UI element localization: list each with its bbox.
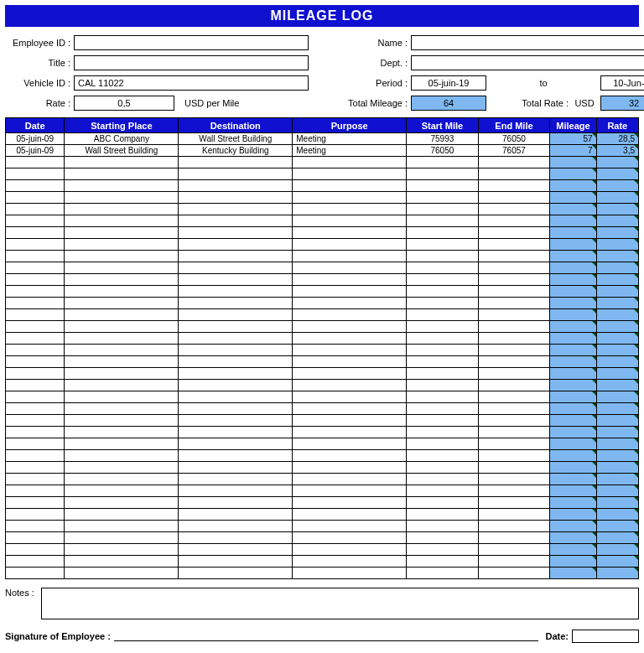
cell[interactable]: [65, 286, 179, 298]
cell[interactable]: [596, 333, 638, 345]
field-title[interactable]: [74, 55, 309, 70]
cell[interactable]: [407, 474, 479, 485]
cell[interactable]: [550, 309, 596, 321]
cell[interactable]: [65, 544, 179, 556]
cell[interactable]: [407, 227, 479, 239]
cell[interactable]: [179, 168, 293, 180]
cell[interactable]: [65, 192, 179, 204]
cell[interactable]: [407, 368, 479, 380]
cell[interactable]: [407, 345, 479, 356]
cell[interactable]: [6, 356, 65, 368]
cell[interactable]: [65, 368, 179, 380]
cell[interactable]: [478, 192, 550, 204]
table-row[interactable]: 05-juin-09Wall Street BuildingKentucky B…: [6, 145, 639, 157]
table-row[interactable]: [6, 157, 639, 168]
cell[interactable]: [293, 180, 407, 192]
cell[interactable]: [478, 462, 550, 474]
cell[interactable]: [596, 462, 638, 474]
cell[interactable]: [550, 345, 596, 356]
cell[interactable]: [407, 485, 479, 497]
field-employee-id[interactable]: [74, 35, 309, 50]
cell[interactable]: [596, 415, 638, 427]
cell[interactable]: [6, 298, 65, 309]
cell[interactable]: [6, 180, 65, 192]
cell[interactable]: [6, 438, 65, 450]
cell[interactable]: [179, 497, 293, 509]
cell[interactable]: [6, 368, 65, 380]
table-row[interactable]: [6, 485, 639, 497]
cell[interactable]: [6, 321, 65, 333]
cell[interactable]: [407, 450, 479, 462]
cell[interactable]: [550, 556, 596, 567]
table-row[interactable]: [6, 180, 639, 192]
table-row[interactable]: [6, 309, 639, 321]
cell[interactable]: 05-juin-09: [6, 133, 65, 145]
cell[interactable]: [407, 438, 479, 450]
cell[interactable]: [550, 227, 596, 239]
cell[interactable]: [478, 556, 550, 567]
cell[interactable]: [596, 532, 638, 544]
cell[interactable]: [179, 380, 293, 391]
cell[interactable]: [179, 521, 293, 532]
cell[interactable]: [478, 380, 550, 391]
table-row[interactable]: [6, 298, 639, 309]
cell[interactable]: [179, 415, 293, 427]
cell[interactable]: [596, 345, 638, 356]
field-rate[interactable]: 0,5: [74, 96, 174, 111]
cell[interactable]: [65, 262, 179, 274]
field-notes[interactable]: [41, 588, 639, 619]
cell[interactable]: [478, 438, 550, 450]
table-row[interactable]: [6, 168, 639, 180]
cell[interactable]: [550, 544, 596, 556]
table-row[interactable]: [6, 427, 639, 438]
cell[interactable]: [596, 157, 638, 168]
table-row[interactable]: [6, 462, 639, 474]
cell[interactable]: [550, 532, 596, 544]
cell[interactable]: [407, 333, 479, 345]
cell[interactable]: [478, 544, 550, 556]
cell[interactable]: [293, 509, 407, 521]
cell[interactable]: [550, 333, 596, 345]
cell[interactable]: [6, 544, 65, 556]
cell[interactable]: [596, 368, 638, 380]
table-row[interactable]: [6, 474, 639, 485]
cell[interactable]: [179, 450, 293, 462]
cell[interactable]: 75993: [407, 133, 479, 145]
cell[interactable]: [293, 485, 407, 497]
cell[interactable]: [550, 215, 596, 227]
cell[interactable]: [179, 532, 293, 544]
cell[interactable]: [6, 157, 65, 168]
cell[interactable]: [65, 309, 179, 321]
cell[interactable]: [407, 415, 479, 427]
cell[interactable]: 76057: [478, 145, 550, 157]
cell[interactable]: [65, 462, 179, 474]
cell[interactable]: [6, 168, 65, 180]
cell[interactable]: [179, 274, 293, 286]
cell[interactable]: [407, 521, 479, 532]
cell[interactable]: [65, 380, 179, 391]
cell[interactable]: [6, 403, 65, 415]
table-row[interactable]: [6, 274, 639, 286]
cell[interactable]: [407, 180, 479, 192]
cell[interactable]: [407, 251, 479, 262]
cell[interactable]: [550, 521, 596, 532]
cell[interactable]: [6, 521, 65, 532]
cell[interactable]: [65, 345, 179, 356]
cell[interactable]: [293, 427, 407, 438]
table-row[interactable]: [6, 192, 639, 204]
cell[interactable]: [407, 567, 479, 579]
cell[interactable]: [179, 215, 293, 227]
cell[interactable]: [596, 298, 638, 309]
table-row[interactable]: [6, 215, 639, 227]
cell[interactable]: [478, 321, 550, 333]
cell[interactable]: [478, 309, 550, 321]
cell[interactable]: [407, 298, 479, 309]
cell[interactable]: [407, 462, 479, 474]
cell[interactable]: [596, 286, 638, 298]
cell[interactable]: [179, 544, 293, 556]
cell[interactable]: [6, 239, 65, 251]
cell[interactable]: [407, 168, 479, 180]
table-row[interactable]: [6, 450, 639, 462]
table-row[interactable]: [6, 415, 639, 427]
cell[interactable]: [478, 427, 550, 438]
